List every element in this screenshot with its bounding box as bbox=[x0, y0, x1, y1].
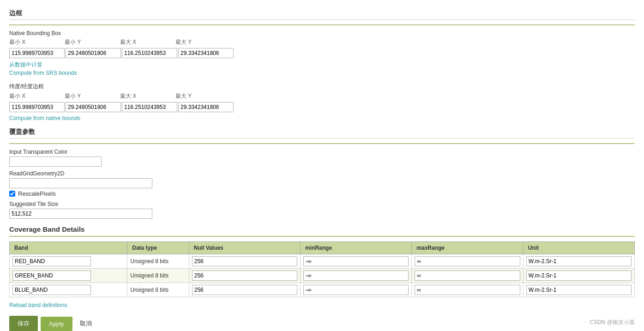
coverage-params-title: 覆盖参数 bbox=[9, 128, 635, 138]
latlon-bb-inputs bbox=[9, 102, 635, 112]
native-max-x-label: 最大 X bbox=[120, 38, 175, 46]
table-header-row: Band Data type Null Values minRange maxR… bbox=[10, 242, 635, 254]
min-range-cell bbox=[301, 269, 412, 283]
latlon-bb-label: 纬度/经度边框 bbox=[9, 83, 635, 90]
bounding-box-title: 边框 bbox=[9, 9, 635, 20]
col-min-range: minRange bbox=[301, 242, 412, 254]
section-divider-2 bbox=[9, 143, 635, 144]
data-type-cell: Unsigned 8 bits bbox=[127, 269, 189, 283]
min-range-input[interactable] bbox=[303, 285, 409, 295]
coverage-band-table: Band Data type Null Values minRange maxR… bbox=[9, 241, 635, 297]
compute-from-srs-link[interactable]: Compute from SRS bounds bbox=[9, 70, 635, 76]
rescale-pixels-row: RescalePixels bbox=[9, 190, 635, 197]
null-values-input[interactable] bbox=[192, 285, 297, 295]
read-grid-geometry-input[interactable] bbox=[9, 178, 152, 188]
unit-cell bbox=[523, 254, 634, 269]
band-cell bbox=[10, 283, 127, 297]
band-name-input[interactable] bbox=[12, 285, 91, 295]
table-row: Unsigned 8 bits bbox=[10, 283, 635, 297]
latlon-max-x-label: 最大 X bbox=[120, 92, 175, 100]
reload-band-definitions-link[interactable]: Reload band definitions bbox=[9, 302, 635, 308]
band-name-input[interactable] bbox=[12, 271, 91, 281]
band-cell bbox=[10, 269, 127, 283]
latlon-max-x-input[interactable] bbox=[122, 102, 177, 112]
compute-from-native-link[interactable]: Compute from native bounds bbox=[9, 115, 635, 121]
native-bounding-box: Native Bounding Box 最小 X 最小 Y 最大 X 最大 Y … bbox=[9, 30, 635, 76]
native-bb-label-row: 最小 X 最小 Y 最大 X 最大 Y bbox=[9, 38, 635, 46]
section-divider-3 bbox=[9, 236, 635, 237]
save-button[interactable]: 保存 bbox=[9, 316, 38, 331]
unit-cell bbox=[523, 283, 634, 297]
section-coverage-band-details: Coverage Band Details Band Data type Nul… bbox=[9, 225, 635, 308]
table-row: Unsigned 8 bits bbox=[10, 269, 635, 283]
null-values-input[interactable] bbox=[192, 271, 297, 281]
cancel-button[interactable]: 取消 bbox=[75, 316, 96, 331]
native-bb-inputs bbox=[9, 48, 635, 58]
col-max-range: maxRange bbox=[412, 242, 523, 254]
max-range-input[interactable] bbox=[415, 285, 520, 295]
latlon-min-y-label: 最小 Y bbox=[65, 92, 120, 100]
latlon-bb-label-row: 最小 X 最小 Y 最大 X 最大 Y bbox=[9, 92, 635, 100]
band-name-input[interactable] bbox=[12, 256, 91, 266]
latlon-max-y-label: 最大 Y bbox=[175, 92, 231, 100]
coverage-band-details-title: Coverage Band Details bbox=[9, 225, 635, 233]
native-max-y-label: 最大 Y bbox=[175, 38, 231, 46]
unit-input[interactable] bbox=[526, 256, 632, 266]
native-bb-label: Native Bounding Box bbox=[9, 30, 635, 36]
max-range-input[interactable] bbox=[415, 256, 520, 266]
col-band: Band bbox=[10, 242, 127, 254]
action-buttons: 保存 Apply 取消 bbox=[9, 316, 635, 331]
latlon-min-x-label: 最小 X bbox=[9, 92, 65, 100]
null-values-cell bbox=[189, 254, 300, 269]
native-min-y-label: 最小 Y bbox=[65, 38, 120, 46]
section-divider-1 bbox=[9, 24, 635, 25]
null-values-cell bbox=[189, 283, 300, 297]
null-values-cell bbox=[189, 269, 300, 283]
apply-button[interactable]: Apply bbox=[41, 317, 72, 331]
null-values-input[interactable] bbox=[192, 256, 297, 266]
min-range-cell bbox=[301, 283, 412, 297]
input-transparent-color-input[interactable] bbox=[9, 156, 102, 167]
latlon-bounding-box: 纬度/经度边框 最小 X 最小 Y 最大 X 最大 Y Compute from… bbox=[9, 83, 635, 121]
col-data-type: Data type bbox=[127, 242, 189, 254]
data-type-cell: Unsigned 8 bits bbox=[127, 254, 189, 269]
latlon-min-y-input[interactable] bbox=[66, 102, 121, 112]
watermark: CSDN @南京小菜 bbox=[590, 319, 635, 326]
col-unit: Unit bbox=[523, 242, 634, 254]
latlon-max-y-input[interactable] bbox=[178, 102, 234, 112]
col-null-values: Null Values bbox=[189, 242, 300, 254]
rescale-pixels-label: RescalePixels bbox=[18, 190, 56, 197]
section-coverage-params: 覆盖参数 Input Transparent Color ReadGridGeo… bbox=[9, 128, 635, 219]
unit-cell bbox=[523, 269, 634, 283]
read-grid-geometry-label: ReadGridGeometry2D bbox=[9, 170, 635, 177]
min-range-input[interactable] bbox=[303, 271, 409, 281]
min-range-cell bbox=[301, 254, 412, 269]
max-range-input[interactable] bbox=[415, 271, 520, 281]
min-range-input[interactable] bbox=[303, 256, 409, 266]
band-cell bbox=[10, 254, 127, 269]
compute-from-data-link[interactable]: 从数据中计算 bbox=[9, 61, 635, 69]
table-header: Band Data type Null Values minRange maxR… bbox=[10, 242, 635, 254]
section-bounding-box: 边框 Native Bounding Box 最小 X 最小 Y 最大 X 最大… bbox=[9, 9, 635, 121]
native-min-x-input[interactable] bbox=[9, 48, 65, 58]
max-range-cell bbox=[412, 254, 523, 269]
suggested-tile-size-input[interactable] bbox=[9, 209, 152, 219]
input-transparent-color-label: Input Transparent Color bbox=[9, 149, 635, 155]
latlon-min-x-input[interactable] bbox=[9, 102, 65, 112]
rescale-pixels-checkbox[interactable] bbox=[9, 191, 15, 197]
native-min-y-input[interactable] bbox=[66, 48, 121, 58]
native-max-x-input[interactable] bbox=[122, 48, 177, 58]
table-row: Unsigned 8 bits bbox=[10, 254, 635, 269]
unit-input[interactable] bbox=[526, 285, 632, 295]
max-range-cell bbox=[412, 283, 523, 297]
max-range-cell bbox=[412, 269, 523, 283]
unit-input[interactable] bbox=[526, 271, 632, 281]
data-type-cell: Unsigned 8 bits bbox=[127, 283, 189, 297]
native-max-y-input[interactable] bbox=[178, 48, 234, 58]
native-min-x-label: 最小 X bbox=[9, 38, 65, 46]
suggested-tile-size-label: Suggested Tile Size bbox=[9, 201, 635, 207]
table-body: Unsigned 8 bitsUnsigned 8 bitsUnsigned 8… bbox=[10, 254, 635, 297]
